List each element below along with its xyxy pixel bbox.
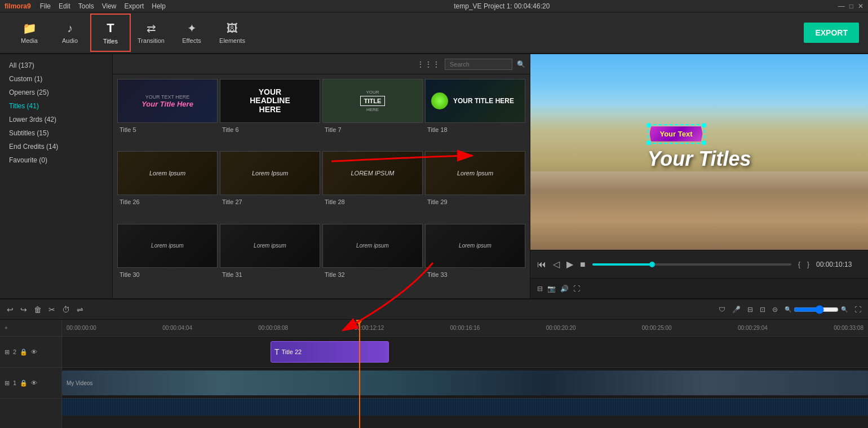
bracket-left: { (798, 261, 800, 268)
preview-video: Your Text Your Titles (530, 54, 868, 250)
progress-handle (649, 262, 655, 267)
title-thumb-26: Lorem Ipsum (117, 151, 218, 195)
track-labels: + ⊞ 2 🔒 👁 ⊞ 1 🔒 👁 (0, 320, 62, 428)
menu-view[interactable]: View (102, 2, 117, 10)
close-button[interactable]: ✕ (858, 2, 863, 10)
sidebar-item-titles[interactable]: Titles (41) (0, 99, 112, 113)
effects-button[interactable]: ✦ Effects (171, 14, 212, 52)
title-label-29: Title 29 (425, 197, 525, 206)
export-button[interactable]: EXPORT (804, 23, 859, 43)
title-label-5: Title 5 (117, 125, 218, 134)
title-card-30[interactable]: Lorem ipsum Title 30 (117, 224, 218, 294)
audio-wave (62, 399, 868, 416)
elements-button[interactable]: 🖼 Elements (212, 14, 253, 52)
media-icon: 📁 (23, 21, 37, 35)
content-toolbar: ⋮⋮⋮ 🔍 (113, 54, 530, 74)
audio-adjust-button[interactable]: ⇌ (77, 305, 83, 314)
rewind-button[interactable]: ⏮ (537, 259, 546, 270)
title-card-26[interactable]: Lorem Ipsum Title 26 (117, 151, 218, 221)
minimize-button[interactable]: — (838, 2, 845, 10)
title-clip-icon: T (274, 347, 280, 356)
zoom-slider[interactable] (794, 305, 839, 314)
scene-detect-button[interactable]: ⊡ (760, 306, 765, 314)
track1-lock-icon[interactable]: 🔒 (20, 380, 28, 387)
playhead-triangle (356, 320, 362, 325)
menu-export[interactable]: Export (125, 2, 144, 10)
progress-bar[interactable] (592, 263, 791, 266)
play-button[interactable]: ▶ (566, 259, 573, 270)
title-card-28[interactable]: LOREM IPSUM Title 28 (322, 151, 423, 221)
fullscreen-timeline-button[interactable]: ⛶ (854, 306, 861, 314)
undo-button[interactable]: ↩ (7, 305, 14, 314)
bracket-right: } (807, 261, 809, 268)
redo-button[interactable]: ↪ (20, 305, 27, 314)
track-area: 00:00:00:00 00:00:04:04 00:00:08:08 00:0… (62, 320, 868, 428)
track2-lock-icon[interactable]: 🔒 (20, 348, 28, 356)
menu-edit[interactable]: Edit (59, 2, 70, 10)
menu-help[interactable]: Help (152, 2, 166, 10)
timecode-button[interactable]: ⏱ (62, 305, 70, 314)
title-label-31: Title 31 (220, 270, 320, 279)
delete-button[interactable]: 🗑 (34, 305, 42, 314)
media-button[interactable]: 📁 Media (9, 14, 50, 52)
sidebar-item-lower3rds[interactable]: Lower 3rds (42) (0, 113, 112, 126)
title-card-7[interactable]: YOUR TITLE HERE Title 7 (322, 79, 423, 149)
app-logo: filmora9 (5, 2, 31, 10)
screenshot-button[interactable]: 📷 (547, 285, 556, 293)
menu-tools[interactable]: Tools (78, 2, 94, 10)
video-label: My Videos (67, 380, 93, 386)
mark-in-button[interactable]: 🛡 (719, 306, 725, 314)
sidebar-item-endcredits[interactable]: End Credits (14) (0, 140, 112, 153)
effects-icon: ✦ (187, 21, 197, 35)
title-thumb-33: Lorem ipsum (425, 224, 525, 268)
title-card-5[interactable]: YOUR TEXT HERE Your Title Here Title 5 (117, 79, 218, 149)
project-title: temp_VE Project 1: 00:04:46:20 (175, 2, 829, 10)
sidebar-item-favourite[interactable]: Favourite (0) (0, 153, 112, 167)
title-label-32: Title 32 (322, 270, 423, 279)
track1-eye-icon[interactable]: 👁 (31, 380, 37, 386)
title-card-29[interactable]: Lorem Ipsum Title 29 (425, 151, 525, 221)
menu-bar: File Edit Tools View Export Help (40, 2, 166, 10)
playhead[interactable] (359, 320, 360, 428)
mic-button[interactable]: 🎤 (732, 306, 741, 314)
content-panel: ⋮⋮⋮ 🔍 YOUR TEXT HERE Your Title Here Tit… (113, 54, 530, 298)
title-card-33[interactable]: Lorem ipsum Title 33 (425, 224, 525, 294)
detach-audio-button[interactable]: ⊟ (747, 306, 753, 314)
preview-main-text: Your Titles (647, 147, 751, 171)
grid-view-icon[interactable]: ⋮⋮⋮ (417, 60, 440, 69)
volume-button[interactable]: 🔊 (560, 285, 569, 293)
play-back-button[interactable]: ◁ (553, 259, 560, 270)
title-label-28: Title 28 (322, 197, 423, 206)
fullscreen-button[interactable]: ⛶ (573, 285, 580, 293)
sidebar-item-all[interactable]: All (137) (0, 59, 112, 72)
sidebar-item-subtitles[interactable]: Subtitles (15) (0, 126, 112, 140)
title-card-6[interactable]: YOURHEADLINEHERE Title 6 (220, 79, 320, 149)
title-thumb-29: Lorem Ipsum (425, 151, 525, 195)
title-clip[interactable]: T Title 22 (271, 341, 389, 363)
title-thumb-30: Lorem ipsum (117, 224, 218, 268)
title-card-18[interactable]: YOUR TITLE HERE Title 18 (425, 79, 525, 149)
stop-button[interactable]: ■ (580, 259, 586, 270)
screen-size-button[interactable]: ⊟ (537, 285, 543, 293)
title-card-27[interactable]: Lorem Ipsum Title 27 (220, 151, 320, 221)
preview-bottom-bar: ⊟ 📷 🔊 ⛶ (530, 278, 868, 298)
audio-button[interactable]: ♪ Audio (50, 14, 90, 52)
preview-title-overlay: Your Text Your Titles (647, 124, 751, 171)
transition-button[interactable]: ⇄ Transition (131, 14, 171, 52)
maximize-button[interactable]: □ (849, 2, 853, 10)
titles-button[interactable]: T Titles (90, 14, 131, 52)
title-card-31[interactable]: Lorem ipsum Title 31 (220, 224, 320, 294)
title-thumb-31: Lorem ipsum (220, 224, 320, 268)
menu-file[interactable]: File (40, 2, 51, 10)
title-card-32[interactable]: Lorem ipsum Title 32 (322, 224, 423, 294)
sidebar-item-openers[interactable]: Openers (25) (0, 86, 112, 99)
title-label-7: Title 7 (322, 125, 423, 134)
speed-button[interactable]: ⊝ (772, 306, 778, 314)
track2-eye-icon[interactable]: 👁 (31, 348, 37, 355)
cut-button[interactable]: ✂ (48, 305, 55, 314)
ruler-marks: 00:00:00:00 00:00:04:04 00:00:08:08 00:0… (67, 325, 863, 331)
title-label-27: Title 27 (220, 197, 320, 206)
sidebar-item-custom[interactable]: Custom (1) (0, 72, 112, 86)
search-icon[interactable]: 🔍 (517, 60, 525, 68)
search-input[interactable] (445, 59, 512, 70)
